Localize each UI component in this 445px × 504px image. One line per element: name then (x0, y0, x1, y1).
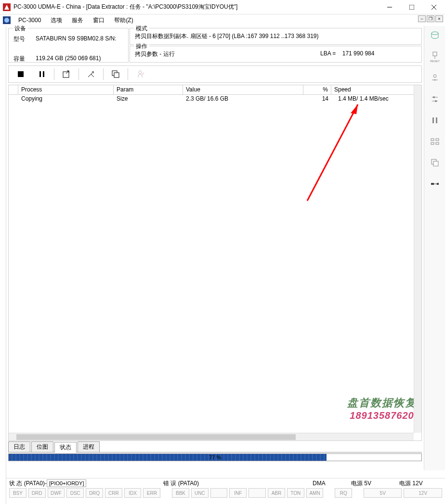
capacity-label: 容量 (13, 55, 36, 63)
svg-rect-32 (63, 72, 69, 78)
info-panel: 设备 型号 SATABURN S9 S9BM02.8 S/N: 容量 119.2… (6, 26, 424, 65)
tab-bitmap[interactable]: 位图 (31, 441, 53, 452)
tab-status[interactable]: 状态 (54, 442, 77, 452)
db-icon[interactable] (429, 30, 441, 41)
maximize-button[interactable] (401, 0, 423, 14)
copy-side-icon[interactable] (429, 157, 441, 168)
cell-idx: IDX (124, 488, 142, 498)
svg-line-36 (142, 73, 144, 75)
grid-row[interactable]: Copying Size 2.3 GB/ 16.6 GB 14 1.4 MB/ … (9, 95, 421, 103)
menubar: PC-3000 选项 服务 窗口 帮助(Z) – ❐ × (0, 14, 445, 26)
cell-bbk: BBK (172, 488, 189, 498)
svg-point-7 (432, 32, 438, 35)
content-area: 设备 型号 SATABURN S9 S9BM02.8 S/N: 容量 119.2… (6, 26, 424, 504)
svg-rect-28 (437, 183, 439, 185)
pause-side-icon[interactable] (429, 115, 441, 126)
error-label: 错 误 (PATA0) (163, 479, 199, 488)
menu-app[interactable]: PC-3000 (13, 16, 46, 25)
cell-inf: INF (229, 488, 247, 498)
mode-text: 拷贝目标数据到副本. 扇区链 - 6 [270] (LBA :167 399 1… (135, 32, 417, 40)
cell-crr: CRR (105, 488, 122, 498)
status-area: 状 态 (PATA0)- [PIO0+IORDY] 错 误 (PATA0) DM… (6, 478, 445, 504)
svg-rect-31 (43, 71, 44, 77)
menu-services[interactable]: 服务 (67, 15, 88, 26)
capacity-value: 119.24 GB (250 069 681) (36, 55, 101, 63)
col-blank[interactable] (9, 85, 18, 94)
titlebar: PC-3000 UDMA-E - China - [Data Extractor… (0, 0, 445, 14)
svg-rect-8 (433, 52, 437, 56)
watermark: 盘首数据恢复 18913587620 (347, 396, 417, 421)
close-button[interactable] (423, 0, 445, 14)
tab-process[interactable]: 进程 (78, 441, 100, 452)
mdi-minimize[interactable]: – (418, 15, 426, 22)
annotation-arrow (302, 100, 365, 206)
mdi-restore[interactable]: ❐ (427, 15, 434, 22)
watermark-line2: 18913587620 (347, 410, 417, 421)
scrollbar-horizontal[interactable] (9, 433, 414, 440)
svg-rect-21 (431, 142, 434, 144)
reset-icon[interactable]: RESET (429, 51, 441, 63)
right-toolbar: RESET (424, 26, 445, 470)
tab-bar: 日志 位图 状态 进程 (8, 443, 422, 452)
tools-button[interactable] (81, 67, 101, 81)
menu-icon (3, 16, 11, 24)
col-speed[interactable]: Speed (331, 85, 421, 94)
window-controls (379, 0, 445, 14)
status-cells: BSY DRD DWF DSC DRQ CRR IDX ERR BBK UNC … (6, 488, 445, 498)
svg-rect-26 (431, 183, 434, 185)
cell-value: 2.3 GB/ 16.6 GB (183, 95, 303, 103)
svg-line-37 (307, 104, 358, 201)
power12-label: 电源 12V (399, 479, 423, 488)
svg-text:RESET: RESET (430, 60, 440, 63)
cell-param: Size (114, 95, 183, 103)
svg-rect-19 (436, 117, 437, 123)
menu-help[interactable]: 帮助(Z) (109, 15, 138, 26)
mdi-close[interactable]: × (435, 15, 443, 22)
export-button[interactable] (56, 67, 77, 81)
tab-log[interactable]: 日志 (8, 441, 30, 452)
device-fieldset: 设备 型号 SATABURN S9 S9BM02.8 S/N: 容量 119.2… (8, 28, 129, 63)
mode-legend: 模式 (134, 25, 149, 33)
col-process[interactable]: Process (18, 85, 114, 94)
cell-12v: 12V (404, 488, 442, 498)
svg-rect-23 (436, 142, 439, 144)
progress-label: 77 % (209, 454, 221, 461)
minimize-button[interactable] (379, 0, 401, 14)
progress-bar: 77 % (8, 453, 422, 461)
operation-text: 拷贝参数 - 运行 (135, 50, 320, 58)
cell-rq: RQ (335, 488, 352, 498)
cell-percent: 14 (303, 95, 331, 103)
cell-process: Copying (18, 95, 114, 103)
scrollbar-vertical[interactable] (414, 85, 421, 433)
watermark-line1: 盘首数据恢复 (347, 396, 417, 410)
cell-e2 (210, 488, 228, 498)
person-button[interactable] (130, 67, 150, 81)
copy-button[interactable] (105, 67, 126, 81)
stop-button[interactable] (11, 67, 31, 81)
cell-abr: ABR (268, 488, 285, 498)
cell-drq: DRQ (86, 488, 103, 498)
cell-unc: UNC (191, 488, 209, 498)
other-icon[interactable] (429, 178, 441, 190)
svg-marker-38 (351, 104, 358, 114)
lba-label: LBA = (320, 50, 336, 57)
slider2-icon[interactable] (429, 93, 441, 105)
device-legend: 设备 (13, 25, 28, 33)
col-percent[interactable]: % (303, 85, 331, 94)
progress-fill (9, 454, 327, 461)
col-param[interactable]: Param (114, 85, 183, 94)
window-title: PC-3000 UDMA-E - China - [Data Extractor… (13, 3, 379, 11)
model-value: SATABURN S9 S9BM02.8 S/N: (36, 35, 117, 43)
lba-value: 171 990 984 (342, 50, 375, 57)
props-icon[interactable] (429, 136, 441, 147)
cell-speed: 1.4 MB/ 1.4 MB/sec (331, 95, 421, 103)
pause-button[interactable] (32, 67, 52, 81)
slider-icon[interactable] (429, 72, 441, 84)
svg-point-6 (4, 18, 9, 23)
menu-options[interactable]: 选项 (46, 15, 67, 26)
grid-header: Process Param Value % Speed (9, 85, 421, 95)
model-label: 型号 (13, 35, 36, 43)
svg-rect-29 (18, 71, 24, 77)
menu-window[interactable]: 窗口 (88, 15, 109, 26)
col-value[interactable]: Value (183, 85, 303, 94)
